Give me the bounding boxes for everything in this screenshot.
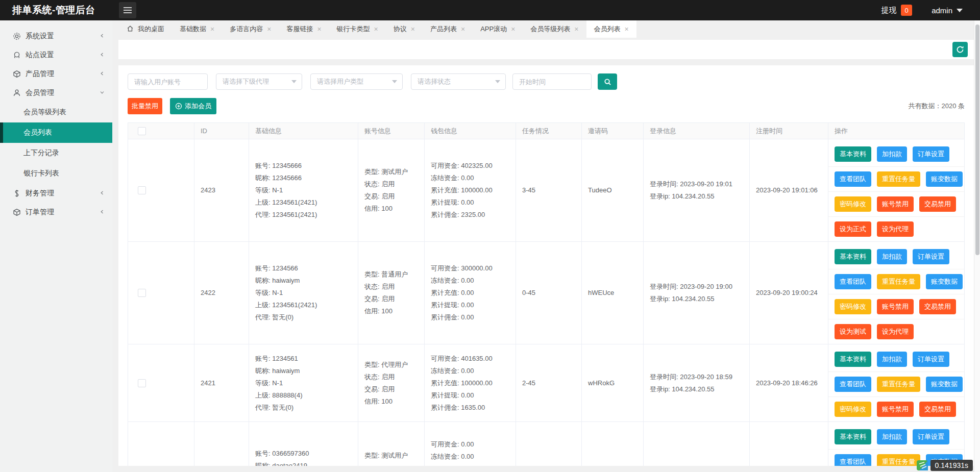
action-button[interactable]: 加扣款 — [877, 146, 907, 162]
withdraw-count-badge: 0 — [901, 5, 912, 16]
sidebar-item-2[interactable]: 站点设置 — [0, 45, 112, 64]
action-button[interactable]: 交易禁用 — [919, 402, 956, 417]
action-button[interactable]: 订单设置 — [913, 429, 949, 444]
action-button[interactable]: 账变数据 — [926, 377, 963, 392]
refresh-button[interactable] — [952, 42, 968, 57]
action-button[interactable]: 交易禁用 — [919, 196, 956, 212]
sidebar-item-1[interactable]: 系统设置 — [0, 27, 112, 45]
sidebar-subitem[interactable]: 银行卡列表 — [0, 163, 112, 184]
members-table: ID基础信息账号信息钱包信息任务情况邀请码登录信息注册时间操作2423账号: 1… — [128, 122, 965, 466]
action-button[interactable]: 基本资料 — [835, 146, 871, 162]
sidebar-subitem[interactable]: 会员列表 — [0, 122, 112, 143]
action-button[interactable]: 账变数据 — [926, 274, 963, 289]
info-line: 昵称: haiwaiym — [255, 365, 352, 377]
sidebar-item-5[interactable]: 财务管理 — [0, 184, 112, 203]
close-icon[interactable]: × — [317, 26, 321, 33]
action-button[interactable]: 重置任务量 — [877, 274, 920, 289]
action-button[interactable]: 密码修改 — [835, 402, 871, 417]
agent-select[interactable]: 请选择下级代理 — [216, 73, 302, 90]
action-button[interactable]: 密码修改 — [835, 299, 871, 314]
user-menu[interactable]: admin — [932, 6, 963, 15]
row-checkbox[interactable] — [138, 379, 146, 387]
info-line: 等级: N-1 — [255, 184, 352, 196]
close-icon[interactable]: × — [574, 26, 578, 33]
info-line: 累计佣金: 2325.00 — [431, 209, 509, 221]
account-search-input[interactable] — [128, 73, 208, 90]
action-button[interactable]: 交易禁用 — [919, 299, 956, 314]
load-time: 0.141931s — [930, 460, 973, 471]
action-button-row: 基本资料加扣款订单设置 — [828, 244, 964, 269]
add-member-button[interactable]: 添加会员 — [170, 98, 216, 114]
info-line: 冻结资金: 0.00 — [431, 451, 509, 463]
tab-3[interactable]: 多语言内容× — [222, 20, 279, 38]
close-icon[interactable]: × — [374, 26, 378, 33]
action-button[interactable]: 重置任务量 — [877, 171, 920, 187]
tab-4[interactable]: 客服链接× — [279, 20, 329, 38]
tab-9[interactable]: 会员等级列表× — [523, 20, 586, 38]
action-button[interactable]: 重置任务量 — [877, 377, 920, 392]
close-icon[interactable]: × — [411, 26, 415, 33]
action-button[interactable]: 设为测试 — [835, 324, 871, 339]
action-button[interactable]: 查看团队 — [835, 274, 871, 289]
close-icon[interactable]: × — [267, 26, 271, 33]
page-scrollbar[interactable] — [974, 20, 980, 472]
action-button[interactable]: 账号禁用 — [877, 299, 914, 314]
select-all-checkbox[interactable] — [138, 127, 146, 135]
action-button[interactable]: 加扣款 — [877, 249, 907, 264]
sidebar-item-6[interactable]: 订单管理 — [0, 203, 112, 221]
account-info-cell: 类型: 测试用户 — [358, 422, 425, 466]
action-button[interactable]: 账号禁用 — [877, 196, 914, 212]
action-button-row: 设为测试设为代理 — [828, 319, 964, 344]
status-select[interactable]: 请选择状态 — [411, 73, 506, 90]
tab-6[interactable]: 协议× — [386, 20, 423, 38]
action-button[interactable]: 查看团队 — [835, 377, 871, 392]
header-cell: 登录信息 — [644, 123, 750, 139]
action-button[interactable]: 账变数据 — [926, 171, 963, 187]
sidebar-item-4[interactable]: 会员管理 — [0, 83, 112, 102]
search-button[interactable] — [598, 73, 617, 90]
row-checkbox[interactable] — [138, 289, 146, 297]
scrollbar-thumb[interactable] — [975, 24, 979, 255]
action-button[interactable]: 设为代理 — [877, 324, 914, 339]
tab-8[interactable]: APP滚动× — [473, 20, 523, 38]
action-button[interactable]: 设为代理 — [877, 221, 914, 237]
username: admin — [932, 6, 952, 15]
sidebar-toggle-button[interactable] — [119, 2, 136, 18]
action-button[interactable]: 基本资料 — [835, 429, 871, 444]
info-line: 类型: 代理用户 — [364, 359, 418, 371]
row-checkbox[interactable] — [138, 186, 146, 194]
action-button[interactable]: 加扣款 — [877, 429, 907, 444]
tab-7[interactable]: 产品列表× — [423, 20, 473, 38]
sidebar-subitem[interactable]: 上下分记录 — [0, 143, 112, 163]
finance-icon — [12, 189, 21, 197]
sidebar-subitem[interactable]: 会员等级列表 — [0, 102, 112, 122]
sidebar-item-3[interactable]: 产品管理 — [0, 64, 112, 83]
tab-10[interactable]: 会员列表× — [586, 20, 636, 38]
tab-1[interactable]: 我的桌面 — [119, 20, 172, 38]
action-button[interactable]: 重置任务量 — [877, 454, 920, 466]
action-button[interactable]: 基本资料 — [835, 352, 871, 367]
batch-disable-button[interactable]: 批量禁用 — [128, 98, 162, 114]
task-cell — [516, 422, 582, 466]
action-button[interactable]: 订单设置 — [913, 146, 949, 162]
action-button[interactable]: 订单设置 — [913, 249, 949, 264]
close-icon[interactable]: × — [511, 26, 515, 33]
action-button[interactable]: 查看团队 — [835, 454, 871, 466]
action-button[interactable]: 设为正式 — [835, 221, 871, 237]
withdraw-menu[interactable]: 提现 0 — [881, 5, 912, 16]
action-button[interactable]: 查看团队 — [835, 171, 871, 187]
tab-5[interactable]: 银行卡类型× — [329, 20, 386, 38]
action-button[interactable]: 密码修改 — [835, 196, 871, 212]
tab-2[interactable]: 基础数据× — [172, 20, 222, 38]
close-icon[interactable]: × — [210, 26, 214, 33]
close-icon[interactable]: × — [461, 26, 465, 33]
info-line: 类型: 测试用户 — [364, 450, 418, 462]
action-button[interactable]: 基本资料 — [835, 249, 871, 264]
action-button[interactable]: 加扣款 — [877, 352, 907, 367]
user-type-select[interactable]: 请选择用户类型 — [310, 73, 403, 90]
action-button[interactable]: 账号禁用 — [877, 402, 914, 417]
close-icon[interactable]: × — [625, 26, 629, 33]
action-button-row: 查看团队重置任务量账变数据 — [828, 269, 964, 294]
start-time-input[interactable] — [512, 73, 592, 90]
action-button[interactable]: 订单设置 — [913, 352, 949, 367]
